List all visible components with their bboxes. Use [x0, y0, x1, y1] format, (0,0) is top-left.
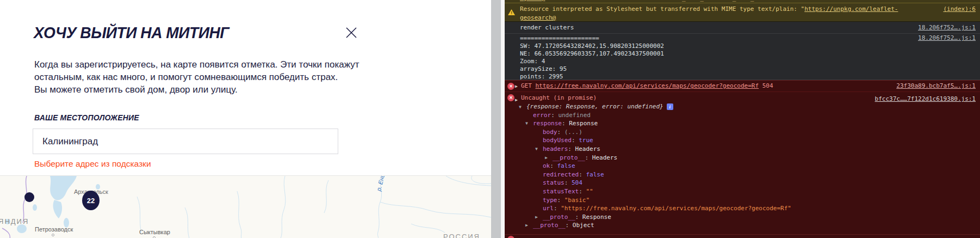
description: Когда вы зарегистрируетесь, на карте поя…	[34, 58, 359, 96]
expand-icon[interactable]: ▶	[515, 84, 518, 89]
request-url-link[interactable]: https://free.navalny.com/api/services/ma…	[536, 82, 759, 89]
site-modal: ХОЧУ ВЫЙТИ НА МИТИНГ Когда вы зарегистри…	[0, 0, 491, 238]
location-input[interactable]	[33, 129, 338, 154]
tree-row: ▶ __proto__: Headers	[505, 154, 980, 162]
error-icon: ✕	[507, 83, 514, 90]
close-icon	[345, 26, 358, 39]
log-line: ======================	[520, 35, 909, 42]
sourcemap-link[interactable]: …js.map	[520, 0, 545, 2]
expand-icon[interactable]: ▶	[535, 213, 538, 222]
warning-icon: !	[508, 9, 515, 15]
tree-row: statusText: ""	[505, 187, 980, 196]
devtools-console: …js.map: HTTP error: status code 404 net…	[505, 0, 980, 238]
http-method: GET	[521, 82, 536, 89]
map-cluster-marker[interactable]: 22	[82, 191, 100, 210]
log-line: SW: 47.17205643282402,15.908203125000002	[520, 42, 909, 50]
tree-row: status: 504	[505, 179, 980, 187]
map-country-russia: РОССИЯ	[443, 233, 480, 238]
description-line: остальным, как нас много, и помогут сомн…	[34, 71, 359, 83]
console-log-block: ====================== SW: 47.1720564328…	[505, 34, 980, 80]
map-region-finland: ЯНДИЯ	[0, 217, 29, 225]
tree-row: body: (...)	[505, 128, 980, 137]
tree-row: url: "https://free.navalny.com/api/servi…	[505, 204, 980, 213]
console-error-uncaught: ✕ ▶ Uncaught (in promise) bfcc37c……7f122…	[505, 91, 980, 234]
gutter	[501, 0, 505, 238]
map-city-dot	[52, 234, 54, 236]
http-status: 504	[759, 82, 773, 89]
page-title: ХОЧУ ВЫЙТИ НА МИТИНГ	[34, 24, 229, 42]
log-line: Zoom: 4	[520, 58, 909, 65]
tree-row: bodyUsed: true	[505, 136, 980, 145]
map-marker-dot[interactable]	[24, 192, 34, 202]
page-scrollbar[interactable]	[491, 0, 501, 238]
tree-row: error: undefined	[505, 111, 980, 120]
source-link[interactable]: 18.206f752….js:1	[918, 34, 976, 42]
log-line: points: 2995	[520, 73, 909, 80]
source-link[interactable]: (index):6	[943, 5, 976, 14]
expand-icon[interactable]: ▼	[535, 145, 538, 154]
console-error-clipped: ✕	[505, 234, 980, 238]
description-line: Когда вы зарегистрируетесь, на карте поя…	[34, 58, 359, 71]
tree-row: ok: false	[505, 162, 980, 170]
tree-row: redirected: false	[505, 170, 980, 179]
map[interactable]: Архангельск 22 ЯНДИЯ Петрозаводск Сыктыв…	[0, 175, 491, 238]
object-preview-row: ▼ {response: Response, error: undefined}…	[505, 102, 980, 111]
log-line: arraySize: 95	[520, 65, 909, 73]
source-link[interactable]: 23f30a89.bcb7af5….js:1	[896, 82, 976, 89]
tree-row: ▼ headers: Headers	[505, 145, 980, 154]
console-log-row: render clusters 18.206f752….js:1	[505, 22, 980, 34]
info-icon[interactable]: i	[667, 103, 673, 110]
close-button[interactable]	[345, 26, 358, 39]
object-preview: {response: Response, error: undefined}	[526, 103, 663, 110]
address-hint-link[interactable]: Выберите адрес из подсказки	[34, 159, 151, 169]
expand-icon[interactable]: ▼	[525, 119, 528, 128]
expand-icon[interactable]: ▼	[519, 103, 522, 112]
error-icon: ✕	[507, 94, 514, 101]
console-error-get: ✕ ▶ GET https://free.navalny.com/api/ser…	[505, 80, 980, 91]
error-icon: ✕	[507, 236, 514, 238]
expand-icon[interactable]: ▶	[545, 154, 548, 162]
tree-row: ▶ __proto__: Object	[505, 221, 980, 230]
map-city-syktyvkar: Сыктывкар	[139, 229, 170, 235]
description-line: Вы можете отметить свой дом, двор или ул…	[34, 83, 359, 96]
map-graphics	[0, 176, 491, 238]
log-text: render clusters	[520, 24, 574, 31]
map-city-petrozavodsk: Петрозаводск	[35, 226, 73, 233]
expand-icon[interactable]: ▶	[525, 221, 528, 230]
source-link[interactable]: 18.206f752….js:1	[918, 24, 976, 31]
tree-row: ▶ __proto__: Response	[505, 213, 980, 222]
cluster-count: 22	[87, 197, 95, 205]
log-line: NE: 66.05356929603357,107.49023437500001	[520, 50, 909, 58]
tree-row: ▼ response: Response	[505, 119, 980, 128]
tree-row: type: "basic"	[505, 196, 980, 205]
console-warning-row: ! Resource interpreted as Stylesheet but…	[505, 3, 980, 22]
location-label: ВАШЕ МЕСТОПОЛОЖЕНИЕ	[34, 113, 139, 122]
error-title: Uncaught (in promise)	[521, 94, 597, 101]
